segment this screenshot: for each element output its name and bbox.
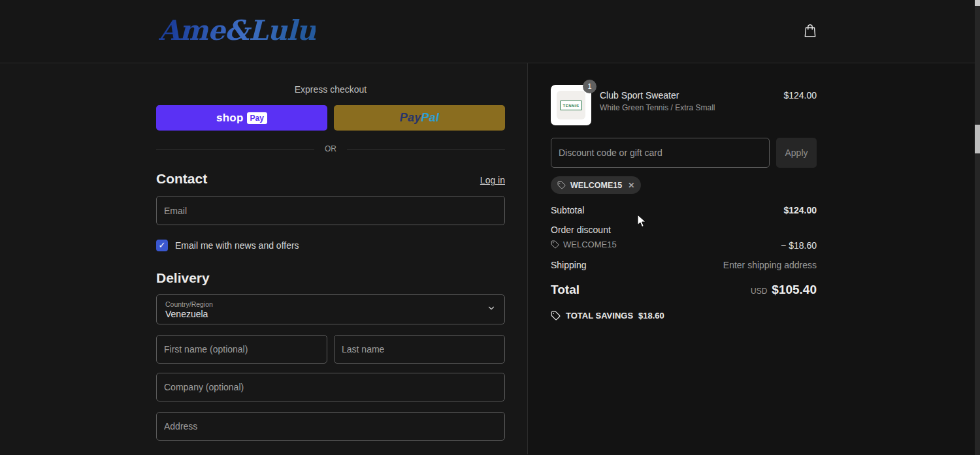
order-summary-pane: 1 TENNIS Club Sport Sweater White Green … [528, 63, 980, 454]
subtotal-label: Subtotal [551, 205, 584, 215]
brand-logo[interactable]: Ame&Lulu [159, 14, 316, 46]
product-image: TENNIS [557, 91, 585, 119]
total-savings-label: TOTAL SAVINGS [566, 311, 633, 321]
newsletter-checkbox-row[interactable]: ✓ Email me with news and offers [156, 240, 505, 251]
checkout-form-pane: Express checkout shop Pay Pay Pal OR Con… [0, 63, 528, 454]
chevron-down-icon [487, 304, 496, 315]
country-select[interactable]: Country/Region Venezuela [156, 294, 505, 324]
apply-discount-button[interactable]: Apply [776, 138, 817, 168]
tag-icon [557, 181, 566, 189]
total-value: $105.40 [772, 283, 817, 297]
address-input[interactable] [156, 412, 505, 441]
subtotal-value: $124.00 [783, 205, 817, 215]
country-select-value: Venezuela [165, 309, 213, 319]
shipping-row: Shipping Enter shipping address [551, 260, 817, 270]
order-discount-label: Order discount [551, 225, 817, 235]
product-price: $124.00 [783, 85, 817, 125]
express-pay-buttons: shop Pay Pay Pal [156, 105, 505, 131]
newsletter-label: Email me with news and offers [175, 240, 299, 251]
discount-chip[interactable]: WELCOME15 ✕ [551, 176, 641, 194]
total-row: Total USD $105.40 [551, 283, 817, 297]
paypal-wordmark-pay: Pay [400, 111, 421, 125]
delivery-heading: Delivery [156, 270, 505, 286]
last-name-input[interactable] [334, 335, 505, 364]
subtotal-row: Subtotal $124.00 [551, 205, 817, 215]
scrollbar-thumb[interactable] [975, 125, 980, 153]
scrollbar-up-arrow[interactable] [975, 0, 980, 6]
product-variant: White Green Tennis / Extra Small [600, 103, 775, 112]
email-input[interactable] [156, 196, 505, 225]
tag-icon [551, 240, 559, 249]
discount-amount: − $18.60 [781, 240, 817, 251]
or-label: OR [325, 144, 336, 153]
divider-line [156, 149, 314, 149]
checkout-header: Ame&Lulu [0, 0, 980, 63]
shipping-label: Shipping [551, 260, 587, 270]
country-select-label: Country/Region [165, 300, 213, 308]
company-input[interactable] [156, 373, 505, 401]
total-savings-value: $18.60 [638, 311, 664, 321]
express-checkout-label: Express checkout [156, 84, 505, 95]
product-name: Club Sport Sweater [600, 90, 775, 101]
contact-heading: Contact [156, 171, 207, 187]
applied-discount-code: WELCOME15 [563, 240, 617, 249]
discount-code-input[interactable] [551, 138, 770, 168]
cart-item: 1 TENNIS Club Sport Sweater White Green … [551, 85, 817, 125]
paypal-wordmark-pal: Pal [421, 111, 440, 125]
shipping-value: Enter shipping address [723, 260, 817, 270]
shop-pay-wordmark: shop [216, 112, 243, 125]
newsletter-checkbox check-icon[interactable]: ✓ [156, 240, 168, 251]
divider-line [347, 149, 505, 149]
discount-chip-code: WELCOME15 [570, 181, 622, 190]
page-scrollbar[interactable] [975, 0, 980, 455]
first-name-input[interactable] [156, 335, 327, 364]
total-label: Total [551, 283, 580, 297]
product-thumbnail: 1 TENNIS [551, 85, 591, 125]
product-image-label: TENNIS [560, 101, 581, 110]
total-savings-row: TOTAL SAVINGS $18.60 [551, 311, 817, 321]
quantity-badge: 1 [583, 80, 596, 93]
currency-code: USD [751, 287, 767, 296]
or-divider: OR [156, 144, 505, 153]
tag-icon [551, 311, 561, 321]
cart-bag-icon[interactable] [801, 22, 819, 40]
shop-pay-button[interactable]: shop Pay [156, 105, 327, 131]
shop-pay-pill: Pay [247, 112, 267, 124]
paypal-button[interactable]: Pay Pal [334, 105, 505, 131]
login-link[interactable]: Log in [480, 175, 505, 185]
discount-line-row: WELCOME15 − $18.60 [551, 240, 817, 251]
close-icon[interactable]: ✕ [628, 181, 634, 190]
